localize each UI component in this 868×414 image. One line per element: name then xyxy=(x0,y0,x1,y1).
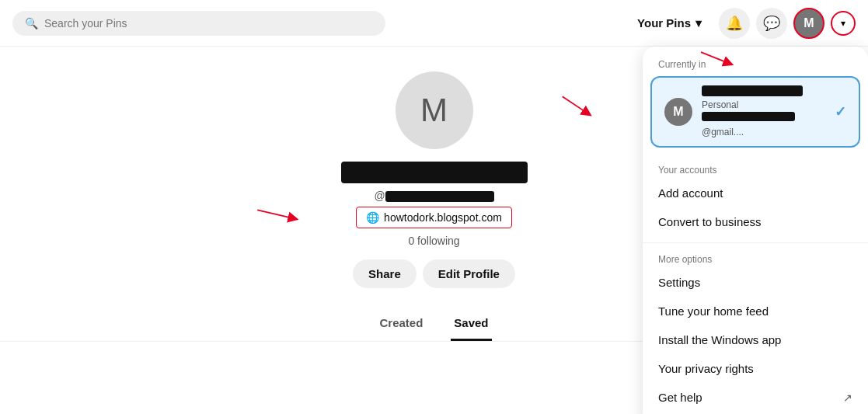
main-content: M @ 🌐 howtodork.blogspot.com 0 following… xyxy=(0,47,868,342)
current-account-avatar: M xyxy=(664,98,692,126)
following-count: 0 following xyxy=(408,235,459,247)
account-dropdown-menu: Currently in M Personal @gmail.... ✓ You… xyxy=(643,47,868,414)
current-account-email-bar xyxy=(702,112,795,121)
search-icon: 🔍 xyxy=(25,17,38,30)
header-right: Your Pins ▾ 🔔 💬 M ▾ xyxy=(626,8,856,39)
bell-icon: 🔔 xyxy=(726,15,743,32)
profile-actions: Share Edit Profile xyxy=(353,259,515,288)
user-avatar-button[interactable]: M xyxy=(793,8,824,39)
tab-saved[interactable]: Saved xyxy=(451,307,491,341)
globe-icon: 🌐 xyxy=(366,211,379,224)
profile-handle-text xyxy=(385,191,494,202)
your-pins-button[interactable]: Your Pins ▾ xyxy=(626,10,713,37)
notifications-button[interactable]: 🔔 xyxy=(719,8,750,39)
external-link-icon: ↗ xyxy=(843,391,852,404)
header: 🔍 Your Pins ▾ 🔔 💬 M ▾ xyxy=(0,0,868,47)
profile-avatar: M xyxy=(396,71,473,149)
messages-button[interactable]: 💬 xyxy=(756,8,787,39)
install-app-item[interactable]: Install the Windows app xyxy=(643,325,868,354)
share-button[interactable]: Share xyxy=(353,259,417,288)
add-account-item[interactable]: Add account xyxy=(643,179,868,207)
edit-profile-button[interactable]: Edit Profile xyxy=(423,259,515,288)
chevron-down-icon: ▾ xyxy=(695,16,702,30)
tune-feed-item[interactable]: Tune your home feed xyxy=(643,297,868,325)
message-icon: 💬 xyxy=(763,15,780,32)
privacy-item[interactable]: Your privacy rights xyxy=(643,354,868,383)
account-dropdown-button[interactable]: ▾ xyxy=(831,11,856,36)
convert-to-business-item[interactable]: Convert to business xyxy=(643,207,868,236)
tab-created[interactable]: Created xyxy=(376,307,426,341)
profile-website[interactable]: 🌐 howtodork.blogspot.com xyxy=(356,207,512,228)
current-account-email-suffix: @gmail.... xyxy=(702,127,744,137)
accounts-section: Your accounts Add account Convert to bus… xyxy=(643,154,868,242)
chevron-down-icon: ▾ xyxy=(841,18,845,29)
settings-item[interactable]: Settings xyxy=(643,268,868,297)
current-account-type: Personal xyxy=(702,99,825,110)
currently-in-label: Currently in xyxy=(643,56,868,76)
search-input[interactable] xyxy=(44,17,373,30)
current-account-item[interactable]: M Personal @gmail.... ✓ xyxy=(650,76,860,148)
current-account-name-bar xyxy=(702,85,803,96)
profile-name-bar xyxy=(341,162,528,183)
profile-handle: @ xyxy=(374,190,493,202)
current-account-info: Personal @gmail.... xyxy=(702,85,825,138)
more-options-section: More options Settings Tune your home fee… xyxy=(643,242,868,414)
check-icon: ✓ xyxy=(835,103,846,120)
search-bar[interactable]: 🔍 xyxy=(12,11,385,36)
your-accounts-label: Your accounts xyxy=(643,160,868,179)
get-help-item[interactable]: Get help ↗ xyxy=(643,383,868,412)
website-text: howtodork.blogspot.com xyxy=(384,211,502,224)
more-options-label: More options xyxy=(643,249,868,268)
